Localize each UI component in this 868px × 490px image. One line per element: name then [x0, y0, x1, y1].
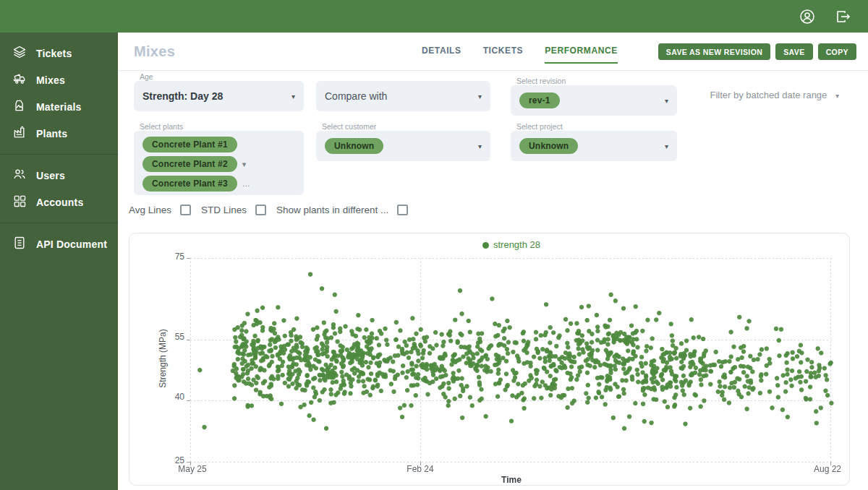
- plants-select[interactable]: Concrete Plant #1 Concrete Plant #2 ▾ Co…: [134, 131, 304, 195]
- chevron-down-icon: ▾: [478, 93, 482, 100]
- sidebar-item-plants[interactable]: Plants: [0, 120, 118, 147]
- chart-options: Avg Lines STD Lines Show plants in diffe…: [129, 205, 408, 215]
- select-project-label: Select project: [516, 122, 563, 131]
- select-plants-label: Select plants: [140, 122, 183, 131]
- chart-legend[interactable]: strength 28: [190, 239, 833, 250]
- compare-with-select[interactable]: Compare with ▾: [316, 81, 490, 111]
- plant-chip[interactable]: Concrete Plant #3: [142, 176, 237, 192]
- user-account-icon[interactable]: [799, 8, 816, 25]
- age-select[interactable]: Strength: Day 28 ▾: [134, 81, 304, 111]
- x-tick-may25: May 25: [167, 464, 218, 474]
- sidebar-label: API Document: [36, 238, 107, 250]
- y-axis-title: Strength (MPa): [158, 315, 168, 402]
- main-content: Mixes DETAILS TICKETS PERFORMANCE SAVE A…: [118, 33, 868, 490]
- logout-icon[interactable]: [835, 8, 852, 25]
- chevron-down-icon: ▾: [835, 92, 839, 100]
- header-divider: [118, 70, 868, 71]
- customer-select[interactable]: Unknown ▾: [316, 131, 490, 161]
- select-customer-label: Select customer: [322, 122, 376, 131]
- copy-button[interactable]: COPY: [818, 43, 856, 60]
- sidebar-label: Materials: [36, 101, 82, 113]
- sidebar-item-api-document[interactable]: API Document: [0, 231, 118, 257]
- mixer-truck-icon: [12, 72, 27, 88]
- users-icon: [12, 167, 27, 184]
- sidebar-item-users[interactable]: Users: [0, 162, 118, 189]
- x-tick-aug22: Aug 22: [802, 464, 853, 474]
- y-tick-75: 75: [156, 252, 184, 262]
- sidebar-item-mixes[interactable]: Mixes: [0, 66, 118, 93]
- std-lines-label: STD Lines: [201, 205, 247, 215]
- page-title: Mixes: [134, 43, 175, 60]
- plant-chip[interactable]: Concrete Plant #2: [142, 156, 237, 172]
- accounts-icon: [12, 194, 27, 210]
- sidebar-label: Users: [36, 170, 65, 181]
- batched-date-range-label: Filter by batched date range: [710, 90, 827, 100]
- show-plants-toggle: Show plants in different ...: [276, 205, 408, 215]
- chevron-down-icon[interactable]: ▾: [242, 160, 247, 169]
- tab-bar: DETAILS TICKETS PERFORMANCE: [422, 46, 618, 64]
- batched-date-range-filter[interactable]: Filter by batched date range ▾: [710, 90, 839, 100]
- std-lines-toggle: STD Lines: [201, 205, 266, 215]
- legend-label: strength 28: [493, 239, 540, 250]
- sidebar-label: Accounts: [36, 197, 83, 208]
- sidebar-item-tickets[interactable]: Tickets: [0, 40, 118, 66]
- compare-with-placeholder: Compare with: [325, 90, 387, 102]
- show-plants-checkbox[interactable]: [397, 205, 408, 215]
- age-label: Age: [140, 72, 153, 81]
- more-chips-indicator[interactable]: …: [242, 179, 250, 188]
- sidebar-label: Tickets: [36, 48, 72, 59]
- sidebar-label: Mixes: [36, 74, 65, 86]
- chevron-down-icon: ▾: [292, 93, 295, 100]
- api-document-icon: [12, 236, 27, 252]
- tab-tickets[interactable]: TICKETS: [483, 46, 524, 64]
- chevron-down-icon: ▾: [665, 142, 668, 150]
- sidebar: Tickets Mixes Materials: [0, 33, 118, 490]
- avg-lines-checkbox[interactable]: [180, 205, 191, 215]
- age-value: Strength: Day 28: [142, 90, 223, 102]
- chevron-down-icon: ▾: [665, 97, 668, 105]
- x-axis-title: Time: [190, 475, 833, 485]
- plant-chip[interactable]: Concrete Plant #1: [142, 137, 237, 152]
- revision-chip[interactable]: rev-1: [519, 93, 560, 108]
- legend-dot-icon: [482, 242, 489, 249]
- customer-chip[interactable]: Unknown: [325, 138, 383, 154]
- tab-performance[interactable]: PERFORMANCE: [545, 46, 618, 64]
- show-plants-label: Show plants in different ...: [276, 205, 388, 215]
- x-tick-feb24: Feb 24: [395, 464, 446, 474]
- strength-scatter-canvas[interactable]: [186, 257, 837, 467]
- save-as-new-revision-button[interactable]: SAVE AS NEW REVISION: [658, 43, 770, 60]
- avg-lines-label: Avg Lines: [129, 205, 171, 215]
- tab-details[interactable]: DETAILS: [422, 46, 461, 64]
- action-buttons: SAVE AS NEW REVISION SAVE COPY: [658, 43, 856, 60]
- plant-icon: [12, 125, 27, 142]
- std-lines-checkbox[interactable]: [255, 205, 266, 215]
- tickets-icon: [12, 45, 27, 61]
- sidebar-item-materials[interactable]: Materials: [0, 93, 118, 120]
- top-bar: [0, 0, 868, 33]
- sidebar-label: Plants: [36, 128, 67, 139]
- project-chip[interactable]: Unknown: [519, 138, 578, 154]
- materials-icon: [12, 98, 27, 115]
- revision-select[interactable]: rev-1 ▾: [511, 85, 677, 116]
- sidebar-item-accounts[interactable]: Accounts: [0, 189, 118, 215]
- chevron-down-icon: ▾: [478, 142, 482, 150]
- y-tick-55: 55: [156, 332, 184, 342]
- y-tick-40: 40: [156, 392, 184, 402]
- project-select[interactable]: Unknown ▾: [511, 131, 677, 161]
- save-button[interactable]: SAVE: [775, 43, 812, 60]
- strength-chart-card: strength 28 Strength (MPa) 75 55 40 25 M…: [129, 233, 850, 486]
- select-revision-label: Select revision: [516, 77, 566, 85]
- avg-lines-toggle: Avg Lines: [129, 205, 191, 215]
